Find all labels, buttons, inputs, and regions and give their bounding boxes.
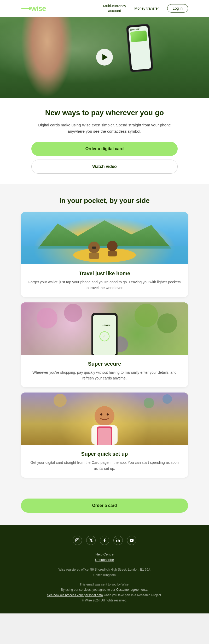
svg-text:⟶wise: ⟶wise — [102, 324, 111, 326]
svg-point-27 — [77, 540, 78, 541]
twitter-icon[interactable] — [86, 536, 96, 545]
svg-point-7 — [37, 308, 57, 329]
logo-text: wise — [31, 4, 46, 13]
play-button[interactable] — [96, 49, 113, 66]
pocket-section: In your pocket, by your side Travel ju — [0, 184, 209, 493]
footer-links: Help Centre Unsubscribe — [21, 552, 188, 562]
linkedin-icon[interactable] — [113, 536, 123, 545]
nav-money-transfer[interactable]: Money transfer — [134, 6, 159, 11]
secure-card-text: Wherever you're shopping, pay quickly wi… — [28, 370, 181, 381]
footer: Help Centre Unsubscribe Wise registered … — [0, 525, 209, 613]
svg-rect-5 — [108, 251, 117, 256]
svg-point-22 — [100, 413, 102, 415]
pocket-title: In your pocket, by your side — [21, 197, 188, 205]
footer-legal: This email was sent to you by Wise. By u… — [21, 582, 188, 603]
svg-point-9 — [135, 304, 158, 327]
order-card-button[interactable]: Order a card — [21, 499, 188, 513]
travel-card-body: Travel just like home Forget your wallet… — [21, 264, 188, 297]
hero-phone-screen: 78513 GBP — [128, 26, 151, 70]
hero-phone-mockup: 78513 GBP — [126, 24, 153, 73]
svg-text:✓: ✓ — [103, 334, 106, 338]
footer-legal-sent: This email was sent to you by Wise. — [80, 583, 130, 586]
svg-rect-26 — [76, 538, 79, 542]
hero-person-face — [21, 17, 73, 98]
feature-card-quicksetup: Super quick set up Get your digital card… — [21, 393, 188, 478]
footer-legal-agree: By using our services, you agree to our — [61, 588, 115, 592]
customer-agreements-link[interactable]: Customer agreements — [116, 588, 147, 592]
quicksetup-card-text: Get your digital card straight from the … — [28, 460, 181, 471]
svg-rect-6 — [92, 247, 96, 249]
svg-rect-3 — [89, 253, 99, 259]
svg-point-10 — [157, 313, 177, 333]
quicksetup-card-body: Super quick set up Get your digital card… — [21, 445, 188, 478]
hero-phone-card — [130, 31, 147, 42]
quicksetup-image — [21, 393, 188, 445]
hero-text-section: New ways to pay wherever you go Digital … — [0, 98, 209, 184]
svg-point-8 — [64, 304, 82, 322]
hero-title: New ways to pay wherever you go — [31, 108, 178, 118]
hero-video: 78513 GBP — [0, 17, 209, 98]
svg-point-19 — [162, 394, 172, 404]
order-section: Order a card — [0, 493, 209, 525]
feature-card-secure: ⟶wise ✓ Super secure Wherever you're sho… — [21, 302, 188, 388]
wise-logo[interactable]: ⟶wise — [21, 4, 46, 13]
travel-card-text: Forget your wallet, just tap your phone … — [28, 279, 181, 291]
svg-rect-25 — [98, 428, 111, 445]
login-button[interactable]: Log in — [167, 4, 188, 13]
help-centre-link[interactable]: Help Centre — [21, 552, 188, 556]
svg-point-20 — [95, 406, 114, 426]
svg-point-29 — [116, 538, 117, 539]
footer-legal-research: when you take part in a Research Project… — [104, 593, 162, 597]
secure-svg: ⟶wise ✓ — [21, 302, 188, 355]
instagram-icon[interactable] — [73, 536, 82, 545]
travel-card-title: Travel just like home — [28, 271, 181, 277]
svg-point-17 — [54, 394, 67, 407]
feature-card-travel: Travel just like home Forget your wallet… — [21, 212, 188, 297]
secure-image: ⟶wise ✓ — [21, 302, 188, 355]
quicksetup-card-title: Super quick set up — [28, 451, 181, 457]
travel-image — [21, 212, 188, 264]
social-icons — [21, 536, 188, 545]
svg-point-18 — [144, 398, 154, 408]
secure-card-title: Super secure — [28, 361, 181, 367]
svg-point-4 — [107, 241, 118, 251]
navigation: ⟶wise Multi-currency account Money trans… — [0, 0, 209, 17]
facebook-icon[interactable] — [100, 536, 109, 545]
unsubscribe-link[interactable]: Unsubscribe — [21, 558, 188, 562]
personal-data-link[interactable]: See how we process your personal data — [47, 593, 103, 597]
youtube-icon[interactable] — [127, 536, 136, 545]
logo-arrow: ⟶ — [21, 4, 31, 13]
nav-links: Multi-currency account Money transfer Lo… — [103, 4, 188, 13]
svg-point-28 — [78, 539, 78, 540]
footer-address: Wise registered office: 56 Shoreditch Hi… — [21, 567, 188, 578]
footer-copyright: © Wise 2024. All rights reserved. — [82, 599, 127, 602]
quicksetup-svg — [21, 393, 188, 445]
play-icon — [102, 54, 108, 60]
secure-card-body: Super secure Wherever you're shopping, p… — [21, 355, 188, 388]
hero-subtitle: Digital cards make using Wise even simpl… — [31, 122, 178, 134]
svg-point-23 — [107, 413, 109, 415]
travel-svg — [21, 212, 188, 264]
order-digital-card-button[interactable]: Order a digital card — [31, 142, 178, 156]
svg-point-1 — [73, 248, 136, 262]
watch-video-button[interactable]: Watch video — [31, 160, 178, 174]
nav-multi-currency[interactable]: Multi-currency account — [103, 4, 126, 13]
